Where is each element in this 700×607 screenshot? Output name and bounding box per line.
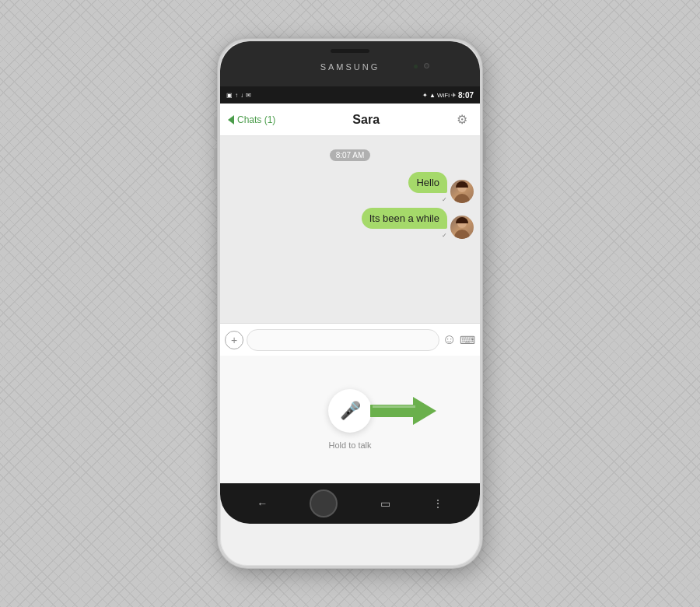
avatar-image bbox=[450, 216, 474, 239]
wifi-icon: WiFi bbox=[437, 92, 450, 99]
read-receipt: ✓ bbox=[442, 232, 447, 239]
recent-nav-button[interactable]: ▭ bbox=[380, 497, 390, 510]
home-nav-button[interactable] bbox=[310, 489, 338, 518]
avatar-hair bbox=[456, 181, 468, 188]
avatar-hair bbox=[456, 217, 468, 223]
plus-button[interactable]: + bbox=[225, 331, 243, 349]
avatar-image bbox=[450, 180, 474, 203]
message-row: Its been a while ✓ bbox=[226, 208, 474, 239]
bottom-bezel: ← ▭ ⋮ bbox=[220, 483, 480, 524]
top-bezel: SAMSUNG bbox=[220, 41, 480, 86]
keyboard-button[interactable]: ⌨ bbox=[460, 334, 475, 346]
avatar-body bbox=[454, 230, 470, 239]
hold-to-talk-label: Hold to talk bbox=[328, 440, 371, 450]
message-bubble: Hello bbox=[408, 172, 447, 193]
back-nav-button[interactable]: ← bbox=[257, 497, 268, 510]
phone-body: SAMSUNG ▣ ↑ ↓ ✉ ✦ ▲ WiFi ✈ 8:07 bbox=[218, 39, 482, 568]
status-notification-icon: ✉ bbox=[246, 92, 251, 99]
input-area: + ☺ ⌨ bbox=[220, 323, 480, 356]
screen: ▣ ↑ ↓ ✉ ✦ ▲ WiFi ✈ 8:07 Chats (1) bbox=[220, 86, 480, 483]
chat-area: 8:07 AM Hello ✓ bbox=[220, 136, 480, 323]
status-bar: ▣ ↑ ↓ ✉ ✦ ▲ WiFi ✈ 8:07 bbox=[220, 86, 480, 104]
volume-down-button[interactable] bbox=[214, 148, 217, 179]
chat-title: Sara bbox=[352, 113, 380, 127]
time-badge: 8:07 AM bbox=[226, 147, 474, 161]
emoji-button[interactable]: ☺ bbox=[443, 332, 457, 348]
read-receipt: ✓ bbox=[442, 196, 447, 203]
microphone-icon: 🎤 bbox=[340, 401, 361, 421]
mic-area: 🎤 bbox=[328, 389, 372, 433]
menu-nav-button[interactable]: ⋮ bbox=[432, 497, 443, 510]
settings-icon[interactable]: ⚙ bbox=[457, 112, 472, 128]
avatar-body bbox=[454, 194, 470, 203]
avatar-person bbox=[453, 180, 471, 203]
message-text: Hello bbox=[416, 177, 439, 188]
status-time: 8:07 bbox=[458, 91, 474, 100]
volume-up-button[interactable] bbox=[214, 117, 217, 139]
status-upload-icon: ↑ bbox=[235, 92, 238, 99]
app-header: Chats (1) Sara ⚙ bbox=[220, 104, 480, 136]
message-bubble: Its been a while bbox=[362, 208, 447, 229]
chevron-left-icon bbox=[228, 115, 234, 125]
bluetooth-icon: ✦ bbox=[422, 92, 428, 99]
speaker-grille bbox=[331, 49, 369, 53]
avatar bbox=[450, 216, 474, 239]
message-text: Its been a while bbox=[369, 212, 439, 224]
avatar bbox=[450, 180, 474, 203]
green-arrow bbox=[370, 395, 440, 426]
airplane-icon: ✈ bbox=[451, 92, 457, 99]
plus-icon: + bbox=[231, 334, 237, 346]
avatar-person bbox=[453, 216, 471, 239]
status-icons-right: ✦ ▲ WiFi ✈ 8:07 bbox=[422, 91, 474, 100]
message-input[interactable] bbox=[247, 329, 439, 351]
back-button[interactable]: Chats (1) bbox=[228, 114, 275, 125]
front-sensor bbox=[414, 65, 418, 68]
brand-logo: SAMSUNG bbox=[320, 62, 380, 72]
power-button[interactable] bbox=[483, 132, 486, 163]
status-download-icon: ↓ bbox=[240, 92, 243, 99]
chat-timestamp: 8:07 AM bbox=[330, 149, 371, 161]
voice-area: 🎤 Hold to talk bbox=[220, 356, 480, 483]
back-label: Chats (1) bbox=[237, 114, 275, 125]
svg-marker-0 bbox=[370, 397, 436, 425]
signal-icon: ▲ bbox=[429, 92, 436, 99]
status-icons-left: ▣ ↑ ↓ ✉ bbox=[226, 92, 251, 99]
status-screen-icon: ▣ bbox=[226, 92, 233, 99]
message-row: Hello ✓ bbox=[226, 172, 474, 203]
front-camera bbox=[424, 63, 429, 68]
mic-button[interactable]: 🎤 bbox=[328, 389, 372, 433]
phone-device: SAMSUNG ▣ ↑ ↓ ✉ ✦ ▲ WiFi ✈ 8:07 bbox=[218, 39, 482, 568]
